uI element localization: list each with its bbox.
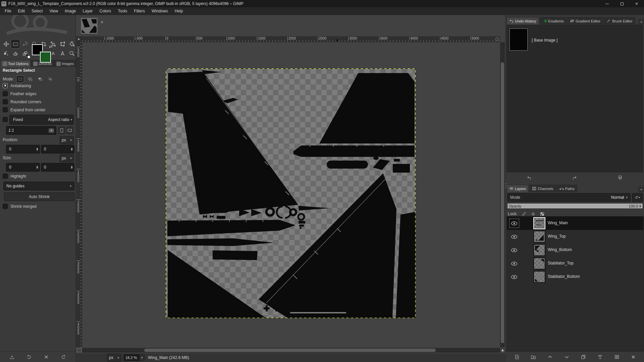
- menu-windows[interactable]: Windows: [148, 7, 171, 15]
- menu-layer[interactable]: Layer: [79, 7, 96, 15]
- visibility-toggle[interactable]: [509, 246, 519, 254]
- layer-name[interactable]: Wing_Top: [548, 234, 566, 239]
- menu-file[interactable]: File: [1, 7, 14, 15]
- menu-edit[interactable]: Edit: [14, 7, 28, 15]
- menu-help[interactable]: Help: [171, 7, 186, 15]
- layer-name[interactable]: Stabilator_Top: [548, 261, 574, 265]
- position-x-input[interactable]: 0▲▼: [6, 145, 40, 154]
- tab-gradient-editor[interactable]: Gradient Editor: [567, 17, 603, 24]
- clear-history-button[interactable]: [618, 175, 623, 181]
- tab-brush-editor[interactable]: Brush Editor: [604, 17, 635, 24]
- layer-row[interactable]: Stabilator_Top: [507, 257, 643, 270]
- lock-move-button[interactable]: [531, 212, 536, 217]
- measure-tool-button[interactable]: [58, 49, 67, 58]
- layer-name[interactable]: Wing_Bottom: [548, 247, 572, 252]
- quick-mask-toggle[interactable]: [77, 348, 82, 352]
- layer-row[interactable]: Wing_Main: [507, 217, 643, 230]
- guides-dropdown[interactable]: No guides▾: [3, 182, 74, 190]
- move-tool-button[interactable]: [2, 40, 10, 48]
- menu-select[interactable]: Select: [28, 7, 46, 15]
- paintbrush-tool-button[interactable]: [2, 49, 10, 58]
- add-mask-button[interactable]: [612, 353, 622, 361]
- vertical-scrollbar[interactable]: [500, 42, 505, 347]
- spinner-arrows-icon[interactable]: ▲▼: [70, 147, 74, 151]
- merge-down-button[interactable]: [595, 353, 605, 361]
- canvas-viewport[interactable]: [82, 42, 500, 347]
- position-unit-dropdown[interactable]: px▾: [60, 136, 74, 144]
- save-preset-button[interactable]: [7, 353, 17, 361]
- size-height-input[interactable]: 0▲▼: [41, 163, 74, 172]
- swap-colors-icon[interactable]: ⇄: [49, 44, 54, 49]
- layer-row[interactable]: Wing_Bottom: [507, 243, 643, 257]
- delete-preset-button[interactable]: [42, 353, 51, 361]
- visibility-toggle[interactable]: [509, 259, 519, 268]
- auto-shrink-button[interactable]: Auto Shrink: [4, 192, 74, 201]
- antialiasing-option[interactable]: Antialiasing: [3, 83, 31, 88]
- horizontal-scrollbar[interactable]: [82, 348, 500, 353]
- mode-intersect-button[interactable]: [47, 76, 54, 82]
- horizontal-ruler[interactable]: -1000-5000500100015002000250030003500400…: [82, 36, 500, 42]
- bucket-fill-tool-button[interactable]: [67, 40, 76, 48]
- vertical-scrollbar-thumb[interactable]: [501, 62, 504, 343]
- tab-images[interactable]: Images: [54, 60, 76, 67]
- tab-layers[interactable]: Layers: [506, 185, 529, 192]
- antialiasing-checkbox[interactable]: [3, 83, 8, 88]
- navigation-button[interactable]: ▲: [500, 347, 505, 353]
- minimize-button[interactable]: [600, 0, 614, 7]
- tab-paths[interactable]: Paths: [557, 185, 577, 192]
- unit-dropdown[interactable]: px▾: [107, 354, 121, 362]
- free-select-tool-button[interactable]: [20, 40, 29, 48]
- position-y-input[interactable]: 0▲▼: [41, 145, 74, 154]
- layer-mode-dropdown[interactable]: Mode Normal▾: [507, 193, 631, 202]
- new-group-button[interactable]: [528, 353, 538, 361]
- mode-subtract-button[interactable]: [37, 76, 44, 82]
- maximize-button[interactable]: [614, 0, 629, 7]
- zoom-tool-button[interactable]: [67, 49, 76, 58]
- handle-transform-tool-button[interactable]: [58, 40, 67, 48]
- close-button[interactable]: ✕: [629, 0, 644, 7]
- delete-layer-button[interactable]: [628, 353, 638, 361]
- highlight-checkbox[interactable]: [3, 174, 8, 179]
- highlight-option[interactable]: Highlight: [3, 174, 26, 179]
- rounded-corners-option[interactable]: Rounded corners: [3, 99, 41, 104]
- spinner-arrows-icon[interactable]: ▲▼: [36, 147, 40, 151]
- image-tab-close-button[interactable]: ✕: [100, 20, 104, 24]
- mode-replace-button[interactable]: [16, 76, 24, 82]
- background-color-swatch[interactable]: [40, 52, 51, 63]
- undo-item[interactable]: [ Base Image ]: [532, 38, 557, 43]
- layer-name[interactable]: Stabilator_Bottom: [548, 274, 580, 279]
- clear-input-icon[interactable]: ✕: [49, 128, 54, 133]
- redo-button[interactable]: [572, 175, 577, 181]
- shrink-merged-checkbox[interactable]: [3, 204, 8, 209]
- spinner-arrows-icon[interactable]: ▲▼: [639, 205, 641, 207]
- dock-menu-button[interactable]: ◂: [638, 19, 644, 24]
- duplicate-layer-button[interactable]: [578, 353, 588, 361]
- menu-image[interactable]: Image: [61, 7, 79, 15]
- portrait-orientation-button[interactable]: [58, 127, 65, 134]
- mode-add-button[interactable]: [26, 76, 34, 82]
- fixed-checkbox[interactable]: [3, 117, 8, 122]
- eraser-tool-button[interactable]: [11, 49, 20, 58]
- rounded-corners-checkbox[interactable]: [3, 99, 8, 104]
- lock-paint-button[interactable]: [522, 212, 527, 217]
- tab-tool-options[interactable]: Tool Options: [0, 60, 31, 67]
- expand-from-center-option[interactable]: Expand from center: [3, 107, 46, 112]
- feather-edges-option[interactable]: Feather edges: [3, 91, 36, 96]
- spinner-arrows-icon[interactable]: ▲▼: [36, 166, 40, 169]
- dock-menu-button[interactable]: ◂: [638, 187, 644, 192]
- tab-undo-history[interactable]: Undo History: [506, 17, 539, 24]
- lock-alpha-button[interactable]: [540, 212, 545, 217]
- shrink-merged-option[interactable]: Shrink merged: [3, 204, 37, 209]
- fixed-mode-combo[interactable]: Fixed Aspect ratio▾: [9, 115, 74, 125]
- expand-from-center-checkbox[interactable]: [3, 107, 8, 112]
- layer-row[interactable]: Stabilator_Bottom: [507, 270, 643, 284]
- menu-view[interactable]: View: [46, 7, 61, 15]
- zoom-dropdown-button[interactable]: ▾: [139, 354, 145, 361]
- opacity-slider[interactable]: Opacity 100.0 ▲▼: [507, 203, 643, 209]
- ratio-input[interactable]: 1:1 ✕: [6, 126, 56, 135]
- undo-button[interactable]: [527, 175, 532, 181]
- raise-layer-button[interactable]: [545, 353, 555, 361]
- reset-tool-button[interactable]: [59, 353, 68, 361]
- visibility-toggle[interactable]: [509, 273, 519, 281]
- tab-channels[interactable]: Channels: [529, 185, 556, 192]
